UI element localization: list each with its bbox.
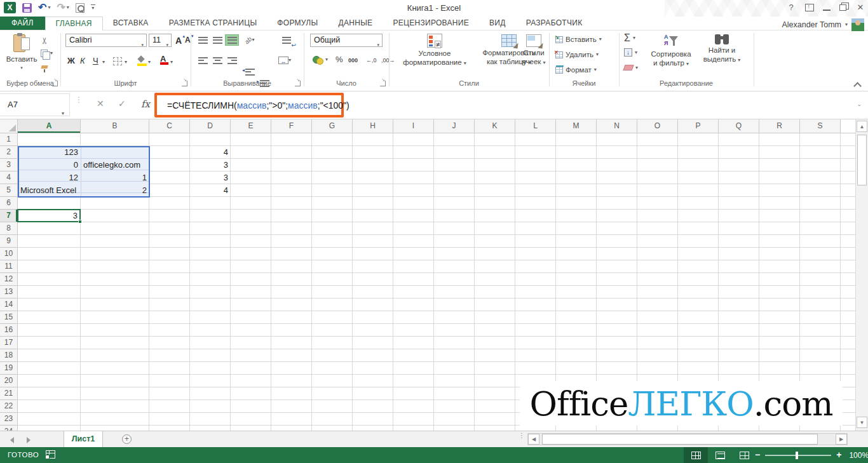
font-dialog-launcher[interactable]: [182, 81, 187, 86]
horizontal-scroll-thumb[interactable]: [542, 434, 818, 445]
font-size-combo[interactable]: 11▾: [149, 34, 172, 47]
row-header-11[interactable]: 11: [0, 260, 17, 273]
cell-D2[interactable]: 4: [190, 146, 231, 159]
row-header-20[interactable]: 20: [0, 375, 17, 387]
row-header-10[interactable]: 10: [0, 248, 17, 260]
column-header-D[interactable]: D: [190, 119, 231, 133]
row-header-12[interactable]: 12: [0, 273, 17, 286]
row-header-14[interactable]: 14: [0, 299, 17, 311]
formula-annotation-box[interactable]: =СЧЁТЕСЛИМН(массив;">0";массив;"<100"): [154, 93, 344, 117]
align-center-button[interactable]: [210, 55, 224, 66]
cell-A4[interactable]: 12: [18, 171, 81, 184]
wrap-text-button[interactable]: [280, 34, 294, 46]
column-header-G[interactable]: G: [312, 119, 353, 133]
page-break-view-button[interactable]: [732, 447, 756, 463]
expand-formula-bar-icon[interactable]: ⌄: [857, 101, 862, 107]
name-box[interactable]: A7▾: [0, 93, 70, 116]
column-header-S[interactable]: S: [800, 119, 841, 133]
sort-filter-button[interactable]: АЯ Сортировка и фильтр ▾: [644, 34, 698, 67]
align-bottom-button[interactable]: [225, 34, 239, 46]
column-header-B[interactable]: B: [81, 119, 149, 133]
row-header-8[interactable]: 8: [0, 222, 17, 235]
redo-icon[interactable]: ↷: [57, 3, 65, 12]
fill-color-dropdown-icon[interactable]: ▾: [148, 60, 151, 65]
row-header-7[interactable]: 7: [0, 210, 17, 222]
scroll-up-icon[interactable]: ▲: [857, 121, 867, 132]
normal-view-button[interactable]: [684, 447, 708, 463]
italic-button[interactable]: К: [80, 56, 85, 65]
bold-button[interactable]: Ж: [67, 56, 75, 65]
active-cell-A7[interactable]: 3: [17, 209, 81, 222]
insert-cells-button[interactable]: Вставить▾: [555, 36, 602, 43]
column-header-O[interactable]: O: [637, 119, 678, 133]
column-header-C[interactable]: C: [149, 119, 190, 133]
format-cells-button[interactable]: Формат▾: [555, 66, 597, 74]
tab-view[interactable]: ВИД: [479, 17, 516, 30]
column-header-K[interactable]: K: [475, 119, 515, 133]
copy-button[interactable]: ▾: [41, 50, 53, 57]
cell-A5[interactable]: Microsoft Excel: [18, 184, 81, 197]
cancel-icon[interactable]: ✕: [97, 98, 104, 109]
column-header-F[interactable]: F: [271, 119, 312, 133]
borders-dropdown-icon[interactable]: ▾: [125, 60, 127, 65]
undo-button[interactable]: ↶▾: [38, 3, 50, 12]
cell-styles-button[interactable]: Стили ячеек ▾: [520, 34, 548, 66]
row-header-22[interactable]: 22: [0, 400, 17, 413]
clipboard-dialog-launcher[interactable]: [52, 81, 58, 86]
row-header-4[interactable]: 4: [0, 171, 17, 184]
ribbon-display-options-icon[interactable]: [805, 4, 814, 11]
font-name-combo[interactable]: Calibri▾: [65, 34, 147, 47]
row-header-9[interactable]: 9: [0, 235, 17, 248]
find-select-button[interactable]: Найти и выделить ▾: [698, 34, 746, 64]
decrease-decimal-button[interactable]: ,00→: [381, 57, 395, 64]
delete-cells-button[interactable]: Удалить▾: [555, 51, 599, 58]
comma-style-button[interactable]: 000: [348, 57, 358, 64]
alignment-dialog-launcher[interactable]: [295, 81, 301, 86]
column-header-R[interactable]: R: [759, 119, 800, 133]
cell-B4[interactable]: 1: [81, 171, 149, 184]
font-color-dropdown-icon[interactable]: ▾: [170, 60, 173, 65]
zoom-slider-thumb[interactable]: [796, 452, 798, 459]
conditional-formatting-button[interactable]: Условное форматирование ▾: [394, 34, 475, 67]
tab-formulas[interactable]: ФОРМУЛЫ: [267, 17, 328, 30]
column-header-H[interactable]: H: [353, 119, 393, 133]
align-left-button[interactable]: [196, 55, 210, 66]
row-header-24[interactable]: 24: [0, 426, 17, 431]
horizontal-scrollbar[interactable]: ◀ ▶: [527, 433, 848, 445]
tab-file[interactable]: ФАЙЛ: [0, 17, 45, 30]
scroll-down-icon[interactable]: ▼: [857, 417, 867, 428]
underline-button[interactable]: Ч: [93, 56, 98, 65]
decrease-indent-button[interactable]: ◂: [243, 66, 257, 77]
zoom-in-icon[interactable]: +: [836, 447, 841, 463]
column-header-N[interactable]: N: [597, 119, 637, 133]
row-header-6[interactable]: 6: [0, 197, 17, 210]
cell-D3[interactable]: 3: [190, 159, 231, 171]
zoom-out-icon[interactable]: −: [755, 447, 760, 463]
row-header-17[interactable]: 17: [0, 337, 17, 349]
borders-button[interactable]: [113, 57, 122, 67]
row-header-3[interactable]: 3: [0, 159, 17, 171]
formula-bar-splitter[interactable]: ⋮: [75, 98, 83, 102]
number-format-combo[interactable]: Общий▾: [310, 34, 383, 47]
column-header-E[interactable]: E: [231, 119, 271, 133]
undo-icon[interactable]: ↶: [38, 3, 46, 12]
vertical-scrollbar[interactable]: ▲ ▼: [855, 119, 868, 431]
row-header-13[interactable]: 13: [0, 286, 17, 299]
sheet-tab[interactable]: Лист1: [64, 431, 103, 447]
close-icon[interactable]: ✕: [855, 3, 865, 12]
format-painter-button[interactable]: [41, 65, 48, 72]
page-layout-view-button[interactable]: [708, 447, 732, 463]
orientation-button[interactable]: ab▾: [243, 34, 257, 46]
cut-button[interactable]: ✂: [41, 36, 48, 46]
column-header-M[interactable]: M: [556, 119, 597, 133]
account-dropdown-icon[interactable]: ▾: [845, 22, 848, 27]
avatar[interactable]: [851, 18, 864, 31]
cell-D5[interactable]: 4: [190, 184, 231, 197]
column-header-P[interactable]: P: [678, 119, 719, 133]
row-header-5[interactable]: 5: [0, 184, 17, 197]
row-header-16[interactable]: 16: [0, 324, 17, 337]
help-button[interactable]: ?: [786, 3, 796, 12]
scroll-left-icon[interactable]: ◀: [528, 434, 539, 445]
tab-data[interactable]: ДАННЫЕ: [328, 17, 383, 30]
fill-color-button[interactable]: [137, 56, 145, 64]
